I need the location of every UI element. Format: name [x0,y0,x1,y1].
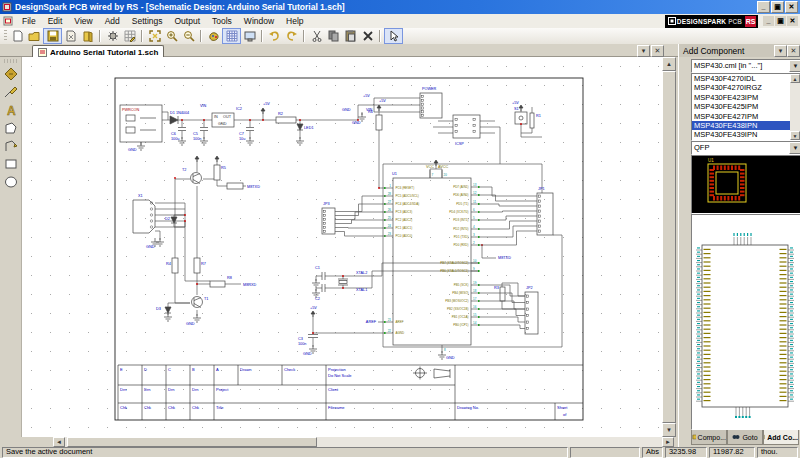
scroll-down-button[interactable]: ▼ [662,423,676,437]
menu-item-file[interactable]: File [16,14,42,28]
symbol-pin-name-mark [704,333,711,334]
pad [710,173,715,175]
pad [727,166,729,171]
panel-pin-button[interactable]: ▾ [774,45,787,57]
library-combo[interactable]: MSP430.cml [in "..."] ▼ [691,59,800,73]
document-icon[interactable] [3,16,13,26]
symbol-pin-name-mark [780,274,787,275]
symbol-pin-number-mark [697,298,700,299]
canvas-pin-button[interactable]: ▾ [637,45,650,57]
mdi-restore-button[interactable]: ▣ [775,16,786,26]
shape-ellipse-tool-button[interactable] [2,173,20,190]
vertical-scrollbar[interactable]: ▲ ▼ [662,57,676,437]
horizontal-scrollbar[interactable]: ◄ ► [22,437,676,447]
symbol-pin-name-mark [780,257,787,258]
panel-tab-compo[interactable]: Compo... [691,430,727,445]
component-list[interactable]: MSP430F4270IDLMSP430F4270IRGZMSP430FE423… [691,73,800,141]
zoom-in-button[interactable] [163,29,180,43]
horizontal-scroll-thumb[interactable] [67,437,317,447]
redo-button[interactable] [283,29,300,43]
colors-paint-button[interactable] [205,29,222,43]
menu-item-view[interactable]: View [68,14,98,28]
close-document-button[interactable] [62,29,79,43]
net-label: D3 [156,307,161,311]
wire-tool-button[interactable] [2,83,20,100]
copy-button[interactable] [325,29,342,43]
designspark-logo-icon [667,16,677,26]
undo-button[interactable] [266,29,283,43]
svg-text:Drn: Drn [168,387,174,392]
list-scroll-down-button[interactable]: ▼ [790,131,800,140]
package-combo-dropdown-icon[interactable]: ▼ [789,142,800,154]
vertical-scroll-thumb[interactable] [662,71,676,423]
pin-label: 10 [473,259,477,263]
component-list-item[interactable]: MSP430F4270IDL [692,74,800,83]
symbol-preview[interactable] [691,214,800,430]
zoom-full-button[interactable] [146,29,163,43]
window-minimize-button[interactable]: _ [757,1,770,13]
grid-edit-button[interactable] [121,29,138,43]
new-document-button[interactable] [9,29,26,43]
paste-button[interactable] [342,29,359,43]
component-list-item[interactable]: MSP430FE439IPN [692,130,800,139]
mdi-close-button[interactable]: ✕ [787,16,798,26]
pin-label: PD4 (XCK/T0) [449,210,468,214]
menu-item-settings[interactable]: Settings [126,14,169,28]
screen-refresh-button[interactable] [241,29,258,43]
component-list-scrollbar[interactable]: ▲ ▼ [790,74,800,140]
symbol-pin-name-mark [780,253,787,254]
net-label: JP1 [538,187,545,191]
footprint-preview[interactable]: U1 [691,155,800,214]
pad [724,166,726,171]
pin-label: PC1 (ADC1) [396,226,413,230]
open-folder-button[interactable] [26,29,43,43]
net-label: R7 [201,262,206,266]
panel-tab-addco[interactable]: Add Co... [763,430,799,445]
component-list-item[interactable]: MSP430F4270IRGZ [692,83,800,92]
cut-button[interactable] [308,29,325,43]
menu-item-edit[interactable]: Edit [42,14,69,28]
left-toolbar-grip[interactable] [4,59,17,63]
grid-toggle-button[interactable] [222,28,241,44]
text-tool-button[interactable]: A [2,101,20,118]
select-cursor-button[interactable] [384,28,403,44]
pin-label: AGND [396,331,406,335]
window-restore-button[interactable]: ▣ [771,1,784,13]
library-combo-dropdown-icon[interactable]: ▼ [789,60,800,72]
symbol-pin-name-mark [780,371,787,372]
library-book-button[interactable] [79,29,96,43]
menu-item-tools[interactable]: Tools [206,14,238,28]
zoom-out-button[interactable] [180,29,197,43]
symbol-pin-number-mark [697,323,700,324]
toolbar-grip[interactable] [4,30,7,42]
save-button[interactable] [43,28,62,44]
symbol-pin-name-mark [704,379,711,380]
menu-item-window[interactable]: Window [238,14,280,28]
component-list-item[interactable]: MSP430FE425IPM [692,102,800,111]
design-settings-gear-button[interactable] [104,29,121,43]
panel-tab-goto[interactable]: Goto [727,430,763,445]
scroll-right-button[interactable]: ► [662,437,674,447]
package-combo[interactable]: QFP ▼ [691,141,800,155]
component-tool-button[interactable] [2,65,20,82]
mdi-minimize-button[interactable]: _ [763,16,774,26]
window-close-button[interactable]: ✕ [785,1,798,13]
schematic-canvas[interactable]: E D C B A Drawn Check Projection Do Not … [22,57,662,437]
scroll-left-button[interactable]: ◄ [53,437,65,447]
panel-close-button[interactable]: ✕ [787,45,800,57]
shape-open-tool-button[interactable] [2,137,20,154]
menu-item-help[interactable]: Help [280,14,309,28]
canvas-close-button[interactable]: ✕ [651,45,664,57]
horizontal-scroll-track[interactable] [65,437,662,447]
component-list-item[interactable]: MSP430FE438IPN [692,121,800,130]
menu-item-add[interactable]: Add [99,14,126,28]
svg-text:Chk: Chk [168,405,175,410]
shape-polygon-tool-button[interactable] [2,119,20,136]
component-list-item[interactable]: MSP430FE427IPM [692,112,800,121]
shape-rectangle-tool-button[interactable] [2,155,20,172]
list-scroll-up-button[interactable]: ▲ [790,74,800,83]
component-list-item[interactable]: MSP430FE423IPM [692,93,800,102]
menu-item-output[interactable]: Output [168,14,206,28]
delete-button[interactable] [359,29,376,43]
scroll-up-button[interactable]: ▲ [662,57,676,71]
